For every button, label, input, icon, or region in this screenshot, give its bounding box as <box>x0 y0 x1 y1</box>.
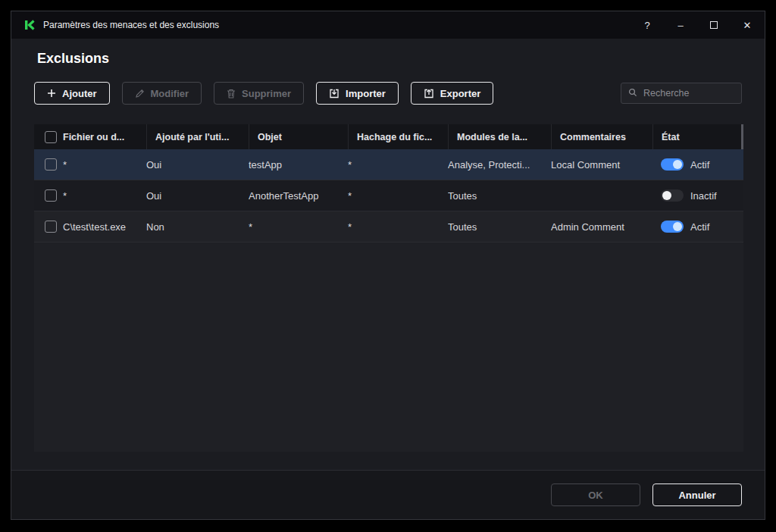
row-checkbox[interactable] <box>45 158 57 171</box>
add-button[interactable]: Ajouter <box>34 82 110 105</box>
toolbar: Ajouter Modifier Supprimer Importer <box>34 82 742 105</box>
toggle-knob <box>673 160 682 169</box>
col-header-state[interactable]: État <box>652 124 743 149</box>
export-button[interactable]: Exporter <box>411 82 493 105</box>
cell-comment: Admin Comment <box>551 221 652 233</box>
toggle-knob <box>662 191 671 200</box>
app-window: Paramètres des menaces et des exclusions… <box>11 11 765 520</box>
state-toggle[interactable] <box>661 221 684 233</box>
cell-object: testApp <box>249 159 348 171</box>
cell-file: C\test\test.exe <box>63 221 146 233</box>
cancel-button[interactable]: Annuler <box>652 483 742 506</box>
export-icon <box>424 89 434 99</box>
state-toggle[interactable] <box>661 158 684 171</box>
col-header-added[interactable]: Ajouté par l'uti... <box>146 124 249 149</box>
maximize-button[interactable] <box>709 20 719 30</box>
cell-hash: * <box>348 221 448 233</box>
cell-hash: * <box>348 159 448 171</box>
page-title: Exclusions <box>34 39 742 82</box>
row-checkbox[interactable] <box>45 221 57 233</box>
cell-file: * <box>63 159 146 171</box>
cell-added: Oui <box>146 190 249 202</box>
state-toggle[interactable] <box>661 189 684 202</box>
cell-hash: * <box>348 190 448 202</box>
import-button[interactable]: Importer <box>316 82 399 105</box>
cell-file: * <box>63 190 146 202</box>
table-body: * Oui testApp * Analyse, Protecti... Loc… <box>34 149 743 243</box>
ok-button[interactable]: OK <box>551 483 640 506</box>
titlebar: Paramètres des menaces et des exclusions… <box>11 11 765 39</box>
cell-added: Oui <box>146 159 249 171</box>
cell-modules: Toutes <box>448 221 551 233</box>
search-box <box>621 83 742 104</box>
col-header-hash[interactable]: Hachage du fic... <box>348 124 448 149</box>
maximize-icon <box>710 21 718 29</box>
main-content: Exclusions Ajouter Modifier Supprimer <box>11 39 765 471</box>
delete-button-label: Supprimer <box>242 88 291 99</box>
table-header: Fichier ou d... Ajouté par l'uti... Obje… <box>34 124 743 149</box>
state-label: Inactif <box>690 190 717 202</box>
cell-modules: Toutes <box>448 190 551 202</box>
row-checkbox[interactable] <box>45 189 57 202</box>
edit-button[interactable]: Modifier <box>122 82 202 105</box>
footer: OK Annuler <box>11 470 765 519</box>
minimize-button[interactable]: – <box>675 20 686 30</box>
vertical-scrollbar[interactable] <box>741 124 743 149</box>
pencil-icon <box>135 89 145 99</box>
help-button[interactable]: ? <box>642 20 652 30</box>
cell-modules: Analyse, Protecti... <box>448 159 551 171</box>
cell-object: * <box>249 221 348 233</box>
select-all-checkbox[interactable] <box>45 131 57 143</box>
col-header-object[interactable]: Objet <box>249 124 348 149</box>
export-button-label: Exporter <box>440 88 480 99</box>
add-button-label: Ajouter <box>62 88 97 99</box>
col-header-modules[interactable]: Modules de la... <box>448 124 551 149</box>
col-header-file[interactable]: Fichier ou d... <box>63 124 146 149</box>
trash-icon <box>227 89 236 99</box>
cell-added: Non <box>146 221 249 233</box>
search-icon <box>628 86 637 100</box>
close-button[interactable]: ✕ <box>742 20 753 30</box>
plus-icon <box>47 89 56 98</box>
state-label: Actif <box>690 221 709 233</box>
exclusions-table: Fichier ou d... Ajouté par l'uti... Obje… <box>34 124 743 452</box>
import-icon <box>329 89 340 99</box>
search-input[interactable] <box>642 87 734 99</box>
table-row[interactable]: * Oui testApp * Analyse, Protecti... Loc… <box>34 149 743 180</box>
delete-button[interactable]: Supprimer <box>214 82 304 105</box>
toggle-knob <box>673 222 682 231</box>
edit-button-label: Modifier <box>151 88 189 99</box>
col-header-comments[interactable]: Commentaires <box>551 124 652 149</box>
table-row[interactable]: C\test\test.exe Non * * Toutes Admin Com… <box>34 211 743 243</box>
window-title: Paramètres des menaces et des exclusions <box>43 20 219 30</box>
cell-comment: Local Comment <box>551 159 652 171</box>
table-row[interactable]: * Oui AnotherTestApp * Toutes Inactif <box>34 180 743 211</box>
cell-object: AnotherTestApp <box>249 190 348 202</box>
state-label: Actif <box>690 159 709 171</box>
kaspersky-logo-icon <box>23 19 36 31</box>
import-button-label: Importer <box>346 88 386 99</box>
